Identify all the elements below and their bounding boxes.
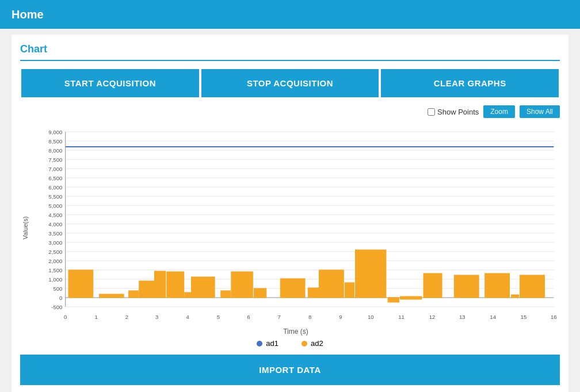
svg-text:-500: -500 <box>51 305 62 310</box>
svg-text:9: 9 <box>339 314 342 320</box>
svg-rect-76 <box>400 296 421 299</box>
svg-text:8,000: 8,000 <box>48 148 62 154</box>
svg-rect-77 <box>423 273 442 298</box>
chart-controls: Show Points Zoom Show All <box>20 105 560 118</box>
svg-text:2: 2 <box>125 314 128 320</box>
svg-text:3,000: 3,000 <box>48 240 62 246</box>
svg-text:5: 5 <box>217 314 220 320</box>
zoom-button[interactable]: Zoom <box>483 105 515 118</box>
svg-text:14: 14 <box>490 314 496 320</box>
svg-text:4,500: 4,500 <box>48 212 62 218</box>
svg-text:500: 500 <box>53 286 62 292</box>
svg-text:15: 15 <box>521 314 527 320</box>
svg-rect-81 <box>520 275 545 298</box>
main-content: Chart START ACQUISITION STOP ACQUISITION… <box>12 35 568 392</box>
svg-text:2,500: 2,500 <box>48 249 62 255</box>
ad2-dot <box>302 341 307 347</box>
svg-rect-78 <box>454 275 479 298</box>
ad1-dot <box>257 341 262 347</box>
clear-graphs-button[interactable]: CLEAR GRAPHS <box>380 68 560 98</box>
svg-text:1,000: 1,000 <box>48 277 62 283</box>
svg-rect-74 <box>356 250 386 298</box>
chart-svg: 9,000 8,500 8,000 7,500 7,000 6,500 6,00… <box>32 120 560 328</box>
svg-text:8,500: 8,500 <box>48 139 62 144</box>
svg-text:6: 6 <box>247 314 250 320</box>
svg-rect-66 <box>192 277 215 298</box>
svg-rect-65 <box>185 292 191 298</box>
y-axis-label: Value(s) <box>20 120 30 336</box>
start-acquisition-button[interactable]: START ACQUISITION <box>20 68 200 98</box>
svg-text:6,500: 6,500 <box>48 176 62 181</box>
acquisition-buttons: START ACQUISITION STOP ACQUISITION CLEAR… <box>20 68 560 98</box>
legend-ad2: ad2 <box>302 339 323 348</box>
svg-text:3,500: 3,500 <box>48 231 62 237</box>
svg-text:1,500: 1,500 <box>48 268 62 273</box>
svg-text:7,500: 7,500 <box>48 157 62 163</box>
chart-title: Chart <box>20 43 560 61</box>
svg-rect-61 <box>129 291 139 298</box>
show-points-checkbox[interactable] <box>428 108 435 116</box>
svg-rect-67 <box>221 291 231 298</box>
svg-text:7: 7 <box>278 314 281 320</box>
svg-rect-69 <box>254 288 266 298</box>
svg-text:1: 1 <box>94 314 97 320</box>
show-points-checkbox-label[interactable]: Show Points <box>428 108 479 116</box>
legend-ad1: ad1 <box>257 339 278 348</box>
svg-rect-73 <box>345 283 354 298</box>
svg-text:6,000: 6,000 <box>48 185 62 191</box>
svg-text:3: 3 <box>155 314 158 320</box>
svg-text:12: 12 <box>429 314 436 320</box>
svg-rect-80 <box>512 295 519 298</box>
svg-rect-60 <box>99 294 124 298</box>
x-axis-label: Time (s) <box>32 328 560 336</box>
svg-rect-72 <box>319 270 344 298</box>
ad2-label: ad2 <box>311 339 323 348</box>
svg-text:0: 0 <box>64 314 67 320</box>
ad1-label: ad1 <box>266 339 278 348</box>
svg-text:10: 10 <box>368 314 374 320</box>
svg-rect-70 <box>280 279 305 298</box>
svg-rect-59 <box>68 270 93 298</box>
svg-text:0: 0 <box>59 295 62 301</box>
svg-rect-71 <box>308 288 319 298</box>
svg-text:11: 11 <box>398 314 405 320</box>
svg-text:16: 16 <box>551 314 557 320</box>
chart-wrapper: Value(s) <box>20 120 560 336</box>
svg-text:4,000: 4,000 <box>48 222 62 227</box>
svg-rect-63 <box>154 271 165 298</box>
svg-rect-68 <box>231 272 253 298</box>
header-title: Home <box>12 8 44 21</box>
svg-rect-79 <box>485 273 510 298</box>
stop-acquisition-button[interactable]: STOP ACQUISITION <box>200 68 380 98</box>
svg-text:2,000: 2,000 <box>48 258 62 264</box>
svg-text:7,000: 7,000 <box>48 166 62 172</box>
svg-rect-64 <box>167 272 184 298</box>
svg-text:13: 13 <box>459 314 465 320</box>
chart-legend: ad1 ad2 <box>20 339 560 348</box>
show-points-label: Show Points <box>437 108 479 116</box>
svg-text:8: 8 <box>308 314 311 320</box>
chart-area: 9,000 8,500 8,000 7,500 7,000 6,500 6,00… <box>32 120 560 336</box>
show-all-button[interactable]: Show All <box>520 105 560 118</box>
import-data-button[interactable]: IMPORT DATA <box>20 355 560 385</box>
svg-text:4: 4 <box>186 314 189 320</box>
app-header: Home <box>0 0 580 29</box>
svg-rect-75 <box>388 298 399 302</box>
svg-text:5,500: 5,500 <box>48 194 62 200</box>
svg-text:5,000: 5,000 <box>48 203 62 209</box>
svg-rect-62 <box>139 281 154 298</box>
svg-text:9,000: 9,000 <box>48 130 62 135</box>
